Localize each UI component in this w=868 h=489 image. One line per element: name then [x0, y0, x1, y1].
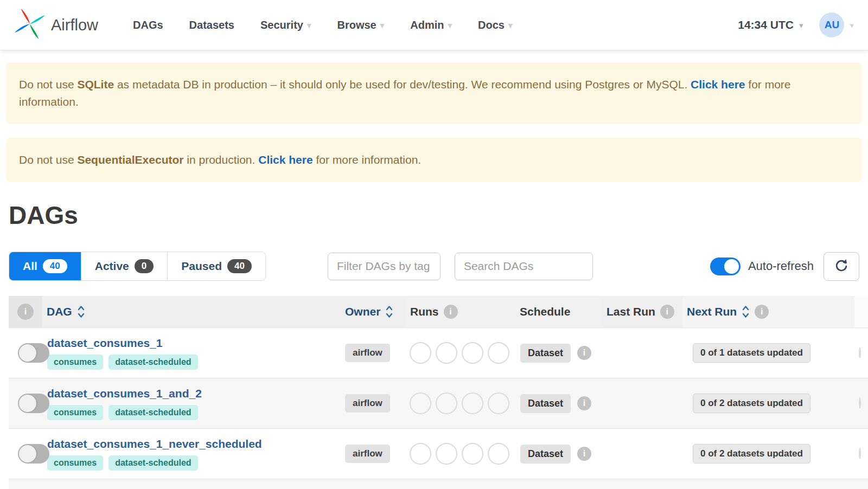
table-row: dataset_consumes_1_and_2 consumes datase… [9, 378, 868, 428]
schedule-cell: Dataset i [515, 445, 602, 464]
airflow-logo-icon [14, 8, 46, 42]
pause-toggle-cell [9, 394, 42, 413]
schedule-badge[interactable]: Dataset [520, 445, 571, 464]
toggle-knob [19, 445, 36, 462]
next-run-badge: 0 of 2 datasets updated [693, 444, 810, 464]
auto-refresh-label: Auto-refresh [748, 259, 814, 273]
sequential-executor-warning-banner: Do not use SequentialExecutor in product… [6, 138, 862, 182]
runs-cell [406, 342, 515, 364]
run-status-circle [488, 393, 509, 414]
executor-docs-link[interactable]: Click here [258, 153, 312, 166]
schedule-cell: Dataset i [515, 394, 602, 413]
tag-row: consumes dataset-scheduled [47, 455, 336, 471]
nav-item-admin[interactable]: Admin ▾ [410, 19, 452, 31]
tag-row: consumes dataset-scheduled [47, 405, 336, 420]
pause-toggle-cell [9, 444, 42, 464]
toggle-knob [19, 395, 36, 412]
info-icon: i [444, 305, 458, 319]
pause-toggle-cell [9, 343, 42, 363]
owner-cell: airflow [341, 445, 406, 463]
owner-badge[interactable]: airflow [345, 445, 390, 463]
dag-link[interactable]: dataset_consumes_1_and_2 [47, 387, 336, 400]
sqlite-warning-banner: Do not use SQLite as metadata DB in prod… [6, 62, 862, 124]
header-overflow-cell [854, 296, 868, 327]
filter-bar: All 40 Active 0 Paused 40 Auto-refresh [9, 252, 859, 281]
table-row: dataset_consumes_1_never_scheduled consu… [9, 428, 868, 479]
run-status-circle [436, 443, 457, 465]
dags-table: i DAG Owner Runs i Sch [9, 296, 868, 489]
header-next-run[interactable]: Next Run i [682, 296, 854, 327]
dag-tag[interactable]: dataset-scheduled [108, 355, 197, 370]
navbar-right: 14:34 UTC ▾ AU ▾ [738, 12, 854, 37]
avatar[interactable]: AU [819, 12, 844, 37]
header-dag[interactable]: DAG [42, 296, 341, 327]
info-icon: i [660, 305, 674, 319]
nav-item-datasets[interactable]: Datasets [189, 19, 234, 31]
run-status-circle [488, 443, 509, 465]
header-last-run: Last Run i [602, 296, 682, 327]
schedule-badge[interactable]: Dataset [520, 394, 571, 413]
dag-tag[interactable]: consumes [47, 355, 103, 370]
dag-tag[interactable]: consumes [47, 455, 103, 471]
run-status-circle [462, 393, 483, 414]
chevron-down-icon: ▾ [508, 21, 513, 29]
tab-all[interactable]: All 40 [9, 252, 81, 280]
dag-link[interactable]: dataset_consumes_1 [47, 337, 336, 350]
table-row-clipped [9, 479, 868, 489]
sort-icon [742, 304, 750, 319]
chevron-down-icon[interactable]: ▾ [850, 21, 854, 29]
tab-active[interactable]: Active 0 [81, 252, 168, 280]
sort-icon [385, 304, 393, 319]
chevron-down-icon[interactable]: ▾ [799, 21, 803, 29]
next-run-cell: 0 of 2 datasets updated [682, 394, 854, 413]
tab-paused[interactable]: Paused 40 [167, 252, 265, 280]
info-icon: i [755, 305, 769, 319]
nav-item-dags[interactable]: DAGs [133, 19, 163, 31]
dag-pause-toggle[interactable] [18, 343, 49, 363]
tag-filter-input[interactable] [328, 253, 441, 280]
run-status-circle [436, 393, 457, 414]
toggle-knob [724, 259, 739, 274]
nav-item-docs[interactable]: Docs ▾ [478, 19, 512, 31]
dag-status-tabs: All 40 Active 0 Paused 40 [9, 252, 266, 281]
dag-tag[interactable]: dataset-scheduled [108, 455, 197, 471]
nav-item-security[interactable]: Security ▾ [260, 19, 311, 31]
clock-display[interactable]: 14:34 UTC [738, 18, 794, 31]
run-status-circle [488, 342, 509, 364]
dag-link[interactable]: dataset_consumes_1_never_scheduled [47, 437, 336, 451]
alert-banners: Do not use SQLite as metadata DB in prod… [0, 62, 868, 182]
nav-links: DAGs Datasets Security ▾ Browse ▾ Admin … [133, 19, 512, 31]
dag-tag[interactable]: consumes [47, 405, 103, 420]
all-count-badge: 40 [43, 259, 67, 273]
airflow-brand[interactable]: Airflow [14, 8, 98, 42]
header-owner[interactable]: Owner [341, 296, 406, 327]
search-dags-input[interactable] [455, 253, 593, 280]
owner-badge[interactable]: airflow [345, 344, 390, 362]
run-status-circle [859, 397, 861, 409]
schedule-badge[interactable]: Dataset [520, 344, 571, 363]
dag-pause-toggle[interactable] [18, 444, 49, 464]
run-status-circle [462, 443, 483, 465]
next-run-badge: 0 of 2 datasets updated [693, 394, 810, 413]
run-status-circle [410, 393, 431, 414]
info-icon: i [577, 346, 591, 360]
overflow-cell [854, 398, 868, 408]
runs-cell [406, 443, 515, 465]
refresh-button[interactable] [824, 252, 859, 281]
chevron-down-icon: ▾ [307, 21, 311, 29]
dag-pause-toggle[interactable] [18, 394, 49, 413]
sqlite-docs-link[interactable]: Click here [691, 78, 745, 91]
table-row: dataset_consumes_1 consumes dataset-sche… [9, 327, 868, 378]
info-icon: i [17, 304, 34, 320]
dag-tag[interactable]: dataset-scheduled [108, 405, 197, 420]
nav-item-browse[interactable]: Browse ▾ [337, 19, 384, 31]
dag-name-cell: dataset_consumes_1_never_scheduled consu… [42, 437, 341, 471]
refresh-icon [834, 258, 849, 275]
run-status-circle [436, 342, 457, 364]
owner-badge[interactable]: airflow [345, 394, 390, 413]
run-status-circle [859, 347, 861, 358]
run-status-circle [859, 448, 861, 459]
auto-refresh-toggle[interactable] [710, 258, 741, 275]
chevron-down-icon: ▾ [380, 21, 385, 29]
info-icon: i [577, 396, 591, 410]
